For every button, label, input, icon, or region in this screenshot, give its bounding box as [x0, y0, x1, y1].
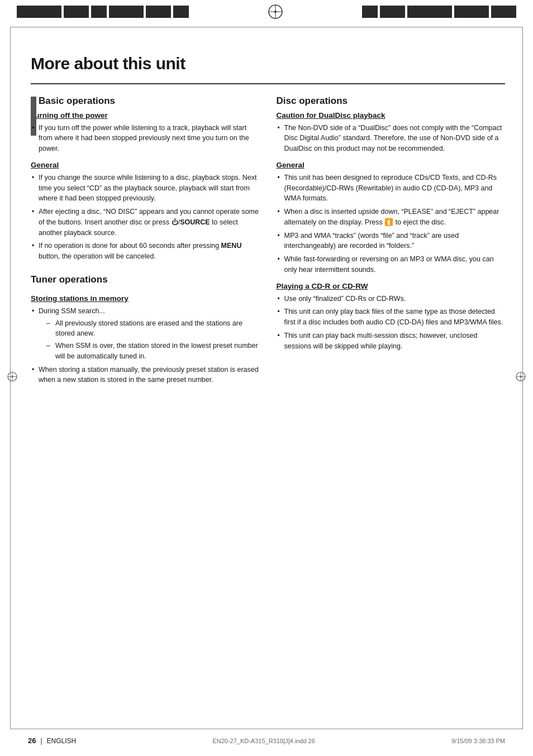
list-item: When a disc is inserted upside down, “PL… — [277, 207, 506, 228]
page-container: More about this unit Basic operations Tu… — [0, 0, 533, 756]
cdr-list: Use only “finalized” CD-Rs or CD-RWs. Th… — [277, 294, 506, 352]
bar-block-10 — [454, 6, 489, 18]
bar-block-9 — [407, 6, 452, 18]
list-item: During SSM search... All previously stor… — [31, 306, 260, 362]
list-item: If no operation is done for about 60 sec… — [31, 241, 260, 262]
compass-right-icon — [515, 371, 526, 385]
outer-border-bottom — [10, 729, 523, 729]
storing-stations-heading: Storing stations in memory — [31, 294, 260, 303]
basic-operations-heading: Basic operations — [39, 95, 260, 107]
top-bar-right — [362, 6, 516, 18]
dash-item: All previously stored stations are erase… — [46, 318, 260, 339]
cdr-heading: Playing a CD-R or CD-RW — [277, 282, 506, 290]
basic-operations-section: Basic operations — [31, 95, 260, 107]
svg-point-3 — [274, 11, 277, 13]
bar-block-3 — [91, 6, 107, 18]
disc-general-heading: General — [277, 161, 506, 169]
compass-center-icon — [266, 3, 284, 21]
bar-block-6 — [173, 6, 189, 18]
footer-date: 9/15/09 3:38:33 PM — [451, 738, 505, 744]
right-column: Disc operations Caution for DualDisc pla… — [277, 95, 506, 358]
basic-general-subsection: General If you change the source while l… — [31, 161, 260, 262]
bar-block-11 — [491, 6, 516, 18]
basic-general-list: If you change the source while listening… — [31, 173, 260, 262]
basic-general-heading: General — [31, 161, 260, 169]
two-column-layout: Basic operations Turning off the power I… — [31, 95, 505, 393]
page-footer: 26 | ENGLISH EN20-27_KD-A315_R310[J]4.in… — [28, 736, 505, 745]
disc-operations-heading: Disc operations — [277, 95, 506, 107]
list-item: MP3 and WMA “tracks” (words “file” and “… — [277, 231, 506, 252]
bar-block-5 — [146, 6, 171, 18]
main-content: More about this unit Basic operations Tu… — [0, 23, 533, 425]
dualdisc-heading: Caution for DualDisc playback — [277, 111, 506, 119]
list-item: If you change the source while listening… — [31, 173, 260, 204]
bar-block-7 — [362, 6, 378, 18]
top-bar — [0, 0, 533, 23]
list-item: This unit can only play back files of th… — [277, 307, 506, 328]
cdr-subsection: Playing a CD-R or CD-RW Use only “finali… — [277, 282, 506, 352]
svg-point-11 — [520, 376, 522, 377]
turning-off-power-heading: Turning off the power — [31, 111, 260, 119]
dash-item: When SSM is over, the station stored in … — [46, 341, 260, 362]
storing-stations-list: During SSM search... All previously stor… — [31, 306, 260, 385]
footer-left: 26 | ENGLISH — [28, 736, 76, 745]
list-item: This unit has been designed to reproduce… — [277, 173, 506, 204]
left-column: Basic operations Turning off the power I… — [31, 95, 260, 393]
footer-language: ENGLISH — [47, 737, 77, 745]
list-item: Use only “finalized” CD-Rs or CD-RWs. — [277, 294, 506, 304]
turning-off-power-subsection: Turning off the power If you turn off th… — [31, 111, 260, 154]
turning-off-power-list: If you turn off the power while listenin… — [31, 123, 260, 154]
title-rule — [31, 83, 505, 84]
list-item: If you turn off the power while listenin… — [31, 123, 260, 154]
compass-left-icon — [7, 371, 18, 385]
top-bar-left — [17, 6, 189, 18]
list-item: After ejecting a disc, “NO DISC” appears… — [31, 207, 260, 238]
outer-border-top — [10, 27, 523, 27]
bar-block-2 — [64, 6, 89, 18]
list-item: When storing a station manually, the pre… — [31, 365, 260, 386]
footer-file: EN20-27_KD-A315_R310[J]4.indd 26 — [212, 738, 315, 744]
list-item: While fast-forwarding or reversing on an… — [277, 254, 506, 275]
bar-block-4 — [109, 6, 144, 18]
tuner-operations-heading: Tuner operations — [31, 274, 260, 285]
dualdisc-list: The Non-DVD side of a “DualDisc” does no… — [277, 123, 506, 154]
bar-block-1 — [17, 6, 61, 18]
tuner-operations-section: Tuner operations Storing stations in mem… — [31, 274, 260, 385]
list-item: This unit can play back multi-session di… — [277, 331, 506, 352]
list-item: The Non-DVD side of a “DualDisc” does no… — [277, 123, 506, 154]
footer-separator: | — [40, 737, 42, 745]
dash-list: All previously stored stations are erase… — [46, 318, 260, 362]
dualdisc-subsection: Caution for DualDisc playback The Non-DV… — [277, 111, 506, 154]
disc-general-subsection: General This unit has been designed to r… — [277, 161, 506, 275]
page-title: More about this unit — [31, 54, 505, 73]
bar-block-8 — [380, 6, 405, 18]
disc-general-list: This unit has been designed to reproduce… — [277, 173, 506, 275]
page-number: 26 — [28, 736, 36, 745]
svg-point-7 — [12, 376, 13, 377]
